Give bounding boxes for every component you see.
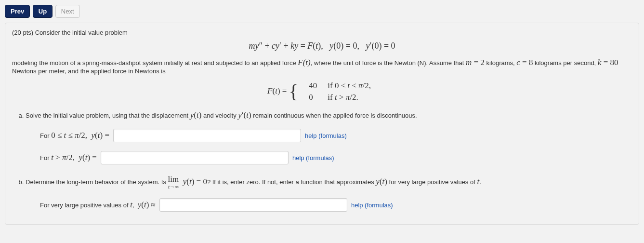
help-link[interactable]: help (formulas) xyxy=(292,154,334,162)
piece-cond: if t > π/2. xyxy=(328,93,358,102)
lim-label: lim xyxy=(168,175,179,184)
problem-lead: (20 pts) Consider the initial value prob… xyxy=(12,29,632,36)
answer-prefix: For t > π/2, y(t) = xyxy=(40,153,97,162)
text-fragment: , where the unit of force is the Newton … xyxy=(311,59,466,67)
piece-value: 40 xyxy=(304,81,322,91)
problem-description: modeling the motion of a spring-mass-das… xyxy=(12,58,632,75)
answer-row-a1: For 0 ≤ t ≤ π/2, y(t) = help (formulas) xyxy=(40,129,632,142)
part-b: Determine the long-term behavior of the … xyxy=(26,175,632,212)
answer-prefix: For very large positive values of t, y(t… xyxy=(40,200,156,210)
answer-input-b[interactable] xyxy=(159,198,347,212)
text-fragment: for very large positive values of xyxy=(389,178,477,186)
text-fragment: and velocity xyxy=(203,112,238,119)
text-fragment: ? If it is, enter zero. If not, enter a … xyxy=(207,178,376,186)
up-button[interactable]: Up xyxy=(33,5,53,18)
piecewise-row: 40 if 0 ≤ t ≤ π/2, xyxy=(304,81,376,91)
text-fragment: kilograms, xyxy=(485,59,516,67)
piece-cond: if 0 ≤ t ≤ π/2, xyxy=(328,81,371,90)
text-fragment: remain continuous when the applied force… xyxy=(253,112,417,119)
answer-prefix: For 0 ≤ t ≤ π/2, y(t) = xyxy=(40,131,109,140)
text-fragment: modeling the motion of a spring-mass-das… xyxy=(12,59,298,67)
math-t: t xyxy=(477,177,479,186)
text-fragment: Determine the long-term behavior of the … xyxy=(26,178,168,186)
help-link[interactable]: help (formulas) xyxy=(305,132,347,139)
help-link[interactable]: help (formulas) xyxy=(351,202,393,209)
answer-row-b: For very large positive values of t, y(t… xyxy=(40,198,632,212)
part-a: Solve the initial value problem, using t… xyxy=(26,110,632,164)
main-equation: my″ + cy′ + ky = F(t), y(0) = 0, y′(0) =… xyxy=(12,41,632,51)
answer-row-a2: For t > π/2, y(t) = help (formulas) xyxy=(40,151,632,164)
piecewise-definition: F(t) = { 40 if 0 ≤ t ≤ π/2, 0 if t > π/2… xyxy=(12,80,632,104)
nav-bar: Prev Up Next xyxy=(5,5,639,18)
piecewise-row: 0 if t > π/2. xyxy=(304,92,376,103)
text-fragment: Solve the initial value problem, using t… xyxy=(26,112,190,119)
problem-container: (20 pts) Consider the initial value prob… xyxy=(5,23,639,225)
answer-input-a1[interactable] xyxy=(113,129,301,142)
answer-input-a2[interactable] xyxy=(101,151,289,164)
text-fragment: Newtons per meter, and the applied force… xyxy=(12,68,166,75)
prev-button[interactable]: Prev xyxy=(5,5,30,18)
next-button[interactable]: Next xyxy=(55,5,80,18)
piece-value: 0 xyxy=(304,92,322,103)
math-Ft: F(t) xyxy=(298,58,310,67)
text-fragment: kilograms per second, xyxy=(533,59,597,67)
